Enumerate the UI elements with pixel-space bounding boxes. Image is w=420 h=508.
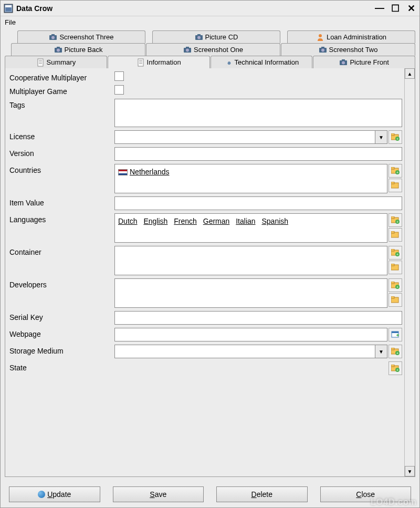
delete-button[interactable]: Delete	[216, 486, 308, 502]
language-item[interactable]: English	[143, 217, 167, 225]
maximize-button[interactable]: ☐	[390, 3, 401, 14]
list-countries[interactable]: Netherlands	[114, 164, 387, 193]
input-tags[interactable]	[114, 99, 402, 127]
country-item[interactable]: Netherlands	[130, 168, 170, 176]
tab-technical-information[interactable]: Technical Information	[211, 56, 313, 68]
label-tags: Tags	[9, 99, 114, 109]
row-languages: Languages Dutch English French German It…	[9, 213, 402, 243]
update-button[interactable]: Update	[9, 486, 100, 502]
svg-text:+: +	[396, 171, 398, 174]
tab-information[interactable]: Information	[108, 56, 210, 68]
folder-button[interactable]	[388, 179, 402, 192]
svg-rect-39	[391, 182, 394, 184]
input-item-value[interactable]	[114, 196, 402, 210]
form-area: Cooperative Multiplayer Multiplayer Game…	[5, 68, 404, 476]
folder-add-button[interactable]: +	[388, 213, 402, 227]
label-webpage: Webpage	[9, 328, 114, 338]
label-languages: Languages	[9, 213, 114, 224]
list-developers[interactable]	[114, 278, 387, 308]
tab-label: Loan Administration	[327, 33, 386, 41]
flag-nl-icon	[118, 169, 128, 175]
tab-label: Technical Information	[234, 58, 299, 66]
folder-add-button[interactable]: +	[388, 278, 402, 292]
folder-button[interactable]	[388, 293, 402, 307]
label-version: Version	[9, 147, 114, 158]
checkbox-coop-multi[interactable]	[114, 71, 124, 81]
list-languages[interactable]: Dutch English French German Italian Span…	[114, 213, 387, 243]
row-storage-medium: Storage Medium ▼ +	[9, 345, 402, 358]
input-webpage[interactable]	[114, 328, 387, 341]
combo-license[interactable]: ▼	[114, 130, 387, 144]
language-item[interactable]: French	[174, 217, 197, 225]
camera-icon	[183, 46, 192, 54]
tab-summary[interactable]: Summary	[5, 56, 107, 68]
language-item[interactable]: Spanish	[261, 217, 288, 225]
close-button[interactable]: ✕	[406, 3, 416, 14]
combo-license-input[interactable]	[114, 130, 375, 144]
vertical-scrollbar[interactable]: ▲ ▼	[404, 68, 415, 476]
tab-loan-administration[interactable]: Loan Administration	[287, 30, 415, 43]
folder-add-button[interactable]: +	[388, 246, 402, 260]
window-title: Data Crow	[16, 4, 374, 13]
svg-point-14	[186, 48, 189, 51]
label-license: License	[9, 130, 114, 141]
folder-add-button[interactable]: +	[388, 130, 402, 144]
combo-storage-input[interactable]	[114, 345, 375, 358]
label-developers: Developers	[9, 278, 114, 289]
scroll-up-button[interactable]: ▲	[405, 68, 415, 79]
folder-add-icon: +	[391, 348, 400, 355]
svg-rect-57	[391, 296, 394, 298]
input-serial-key[interactable]	[114, 311, 402, 325]
svg-rect-19	[38, 59, 43, 66]
combo-storage-medium[interactable]: ▼	[114, 345, 387, 358]
camera-icon	[319, 46, 327, 54]
svg-rect-45	[391, 231, 394, 233]
folder-icon	[391, 182, 400, 189]
chevron-down-icon[interactable]: ▼	[375, 130, 387, 144]
svg-rect-41	[391, 216, 394, 219]
svg-rect-47	[391, 249, 394, 251]
wrench-icon	[224, 58, 232, 67]
folder-add-icon: +	[391, 133, 400, 141]
label-coop-multi: Cooperative Multiplayer	[9, 71, 114, 82]
label-serial-key: Serial Key	[9, 311, 114, 322]
language-item[interactable]: German	[203, 217, 230, 225]
checkbox-multi-game[interactable]	[114, 85, 124, 95]
tab-picture-cd[interactable]: Picture CD	[152, 30, 280, 43]
titlebar: Data Crow — ☐ ✕	[1, 1, 419, 16]
row-coop-multi: Cooperative Multiplayer	[9, 71, 402, 82]
list-container[interactable]	[114, 246, 387, 275]
folder-icon	[391, 231, 400, 239]
menu-file[interactable]: File	[5, 18, 16, 26]
watermark: LO4D.com	[371, 497, 417, 507]
main-window: Data Crow — ☐ ✕ File Screenshot Three Pi…	[0, 0, 420, 508]
svg-rect-15	[186, 47, 189, 48]
browse-button[interactable]	[388, 328, 402, 341]
folder-button[interactable]	[388, 261, 402, 274]
folder-add-icon: +	[391, 249, 400, 256]
save-button[interactable]: Save	[113, 486, 204, 502]
language-item[interactable]: Dutch	[118, 217, 138, 225]
scroll-down-button[interactable]: ▼	[405, 466, 415, 476]
document-icon	[36, 58, 45, 67]
svg-rect-8	[197, 34, 201, 36]
minimize-button[interactable]: —	[374, 3, 385, 14]
language-item[interactable]: Italian	[236, 217, 255, 225]
svg-point-9	[319, 34, 322, 37]
tab-picture-back[interactable]: Picture Back	[11, 43, 145, 56]
folder-add-button[interactable]: +	[388, 361, 402, 375]
tab-picture-front[interactable]: Picture Front	[313, 56, 415, 68]
tab-screenshot-two[interactable]: Screenshot Two	[281, 43, 415, 56]
svg-text:+: +	[396, 253, 398, 256]
row-webpage: Webpage	[9, 328, 402, 341]
folder-add-button[interactable]: +	[388, 164, 402, 178]
chevron-down-icon[interactable]: ▼	[375, 345, 387, 358]
tab-screenshot-one[interactable]: Screenshot One	[146, 43, 280, 56]
svg-rect-65	[391, 365, 394, 367]
folder-add-button[interactable]: +	[388, 345, 402, 358]
input-version[interactable]	[114, 147, 402, 161]
folder-button[interactable]	[388, 228, 402, 242]
tab-screenshot-three[interactable]: Screenshot Three	[17, 30, 145, 43]
svg-point-11	[57, 48, 60, 51]
svg-rect-29	[342, 59, 345, 61]
